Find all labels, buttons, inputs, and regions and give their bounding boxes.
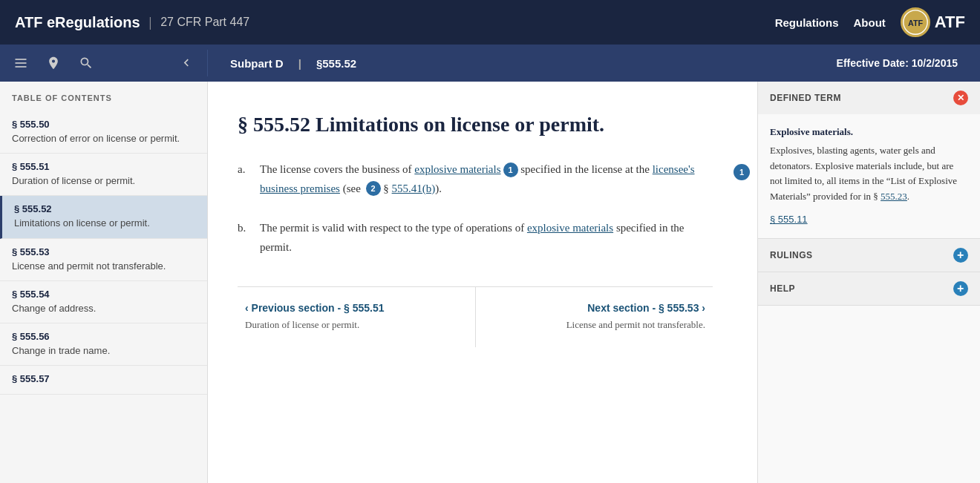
sidebar-item-55556[interactable]: § 555.56 Change in trade name. xyxy=(0,323,207,366)
defined-term-close-button[interactable]: ✕ xyxy=(953,91,968,105)
about-link[interactable]: About xyxy=(854,16,886,29)
header-left: ATF eRegulations | 27 CFR Part 447 xyxy=(15,14,249,31)
rulings-section: RULINGS + xyxy=(758,239,980,272)
cfr-subtitle: 27 CFR Part 447 xyxy=(160,16,249,29)
help-section: HELP + xyxy=(758,272,980,306)
help-header[interactable]: HELP + xyxy=(758,272,980,305)
item-text-a: The license covers the business of explo… xyxy=(260,160,713,198)
defined-term-header: DEFINED TERM ✕ xyxy=(758,82,980,114)
nav-next: Next section - § 555.53 › License and pe… xyxy=(475,287,713,346)
panel-section-ref-55511[interactable]: § 555.11 xyxy=(770,212,968,228)
sidebar-item-55552[interactable]: § 555.52 Limitations on license or permi… xyxy=(0,196,207,238)
prev-section-link[interactable]: ‹ Previous section - § 555.51 xyxy=(245,302,468,314)
explosive-materials-link-a[interactable]: explosive materials xyxy=(414,163,500,175)
toc-title-55554: Change of address. xyxy=(12,302,195,315)
prev-section-title: Duration of license or permit. xyxy=(245,319,359,330)
section-navigation: ‹ Previous section - § 555.51 Duration o… xyxy=(238,286,713,346)
toc-title-55553: License and permit not transferable. xyxy=(12,260,195,273)
toc-title-55550: Correction of error on license or permit… xyxy=(12,132,195,145)
sidebar-item-55553[interactable]: § 555.53 License and permit not transfer… xyxy=(0,239,207,281)
toc-section-55554: § 555.54 xyxy=(12,289,195,300)
explosive-materials-link-b[interactable]: explosive materials xyxy=(527,222,613,234)
rulings-label: RULINGS xyxy=(770,250,813,260)
term-name: Explosive materials. xyxy=(770,125,968,140)
toc-title-55551: Duration of license or permit. xyxy=(12,174,195,188)
sub-header: Subpart D | §555.52 Effective Date: 10/2… xyxy=(0,45,980,82)
section-heading: § 555.52 Limitations on license or permi… xyxy=(238,111,713,138)
breadcrumb-section: §555.52 xyxy=(316,57,356,70)
section-item-a: a. The license covers the business of ex… xyxy=(238,160,713,198)
section-title: Limitations on license or permit. xyxy=(316,113,604,136)
collapse-sidebar-icon[interactable] xyxy=(173,50,200,76)
annotation-badge-2[interactable]: 2 xyxy=(366,181,381,196)
side-annotation-badge-1[interactable]: 1 xyxy=(734,164,750,180)
section-ref-55541b[interactable]: 555.41(b) xyxy=(392,183,436,194)
annotation-badge-1[interactable]: 1 xyxy=(503,162,518,177)
section-number: § 555.52 xyxy=(238,113,316,136)
content-area: § 555.52 Limitations on license or permi… xyxy=(208,82,757,483)
atf-text-label: ATF xyxy=(935,13,965,32)
toc-section-55552: § 555.52 xyxy=(14,203,195,214)
toc-title-55552: Limitations on license or permit. xyxy=(14,217,195,230)
section-item-b: b. The permit is valid with respect to t… xyxy=(238,219,713,257)
sidebar-item-55557[interactable]: § 555.57 xyxy=(0,366,207,395)
sidebar: TABLE OF CONTENTS § 555.50 Correction of… xyxy=(0,82,208,483)
app-title: ATF eRegulations xyxy=(15,14,140,31)
section-body: a. The license covers the business of ex… xyxy=(238,160,713,257)
term-text: Explosives, blasting agents, water gels … xyxy=(770,145,957,202)
rulings-header[interactable]: RULINGS + xyxy=(758,239,980,272)
toc-section-55553: § 555.53 xyxy=(12,246,195,257)
defined-term-label: DEFINED TERM xyxy=(770,93,841,103)
sidebar-item-55551[interactable]: § 555.51 Duration of license or permit. xyxy=(0,154,207,196)
item-text-b: The permit is valid with respect to the … xyxy=(260,219,713,257)
help-expand-button[interactable]: + xyxy=(953,281,968,296)
svg-rect-3 xyxy=(16,62,27,64)
sidebar-item-55554[interactable]: § 555.54 Change of address. xyxy=(0,281,207,323)
header-divider: | xyxy=(149,15,152,30)
toc-section-55557: § 555.57 xyxy=(12,373,195,384)
next-section-title: License and permit not transferable. xyxy=(566,319,705,330)
toc-title-55556: Change in trade name. xyxy=(12,344,195,358)
defined-term-content: Explosive materials. Explosives, blastin… xyxy=(758,114,980,238)
regulations-link[interactable]: Regulations xyxy=(775,16,839,29)
toc-section-55551: § 555.51 xyxy=(12,161,195,172)
sidebar-item-55550[interactable]: § 555.50 Correction of error on license … xyxy=(0,111,207,154)
item-label-a: a. xyxy=(238,160,252,180)
section-breadcrumb: Subpart D | §555.52 Effective Date: 10/2… xyxy=(208,57,980,70)
item-label-b: b. xyxy=(238,219,252,238)
rulings-expand-button[interactable]: + xyxy=(953,248,968,263)
term-section-link-55523[interactable]: 555.23 xyxy=(881,191,907,202)
search-icon[interactable] xyxy=(73,50,99,76)
breadcrumb-subpart: Subpart D xyxy=(230,57,284,70)
toc-section-55550: § 555.50 xyxy=(12,119,195,130)
nav-previous: ‹ Previous section - § 555.51 Duration o… xyxy=(238,287,475,346)
header-right: Regulations About ATF ATF xyxy=(775,7,965,37)
effective-date: Effective Date: 10/2/2015 xyxy=(837,57,958,69)
right-panel: DEFINED TERM ✕ Explosive materials. Expl… xyxy=(757,82,980,483)
toc-label: TABLE OF CONTENTS xyxy=(0,93,207,111)
pin-icon[interactable] xyxy=(40,50,67,76)
main-layout: TABLE OF CONTENTS § 555.50 Correction of… xyxy=(0,82,980,483)
svg-rect-4 xyxy=(16,66,27,68)
next-section-link[interactable]: Next section - § 555.53 › xyxy=(483,302,706,314)
atf-logo: ATF xyxy=(901,7,930,37)
sidebar-toolbar xyxy=(0,50,208,76)
defined-term-section: DEFINED TERM ✕ Explosive materials. Expl… xyxy=(758,82,980,239)
app-header: ATF eRegulations | 27 CFR Part 447 Regul… xyxy=(0,0,980,45)
help-label: HELP xyxy=(770,283,795,294)
toc-icon[interactable] xyxy=(7,50,34,76)
toc-section-55556: § 555.56 xyxy=(12,331,195,342)
svg-text:ATF: ATF xyxy=(908,19,924,27)
svg-rect-2 xyxy=(16,59,27,60)
